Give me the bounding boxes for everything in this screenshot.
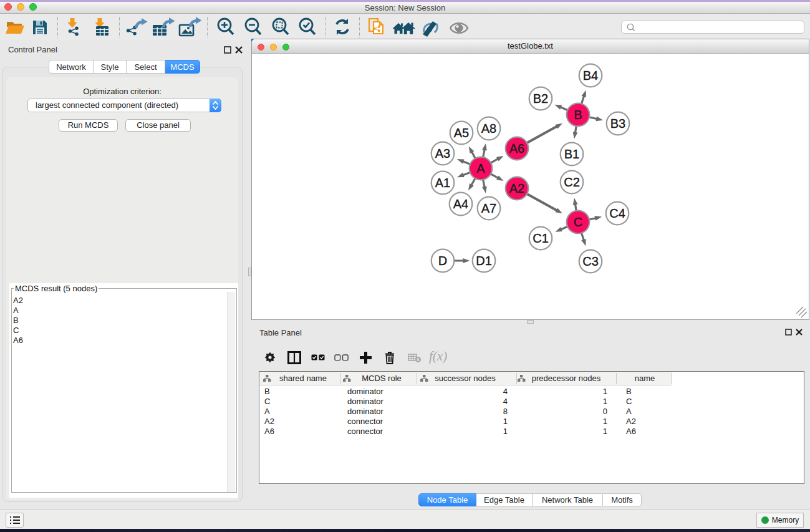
svg-text:C2: C2 (564, 175, 580, 189)
svg-text:B: B (574, 108, 582, 122)
svg-text:A7: A7 (481, 201, 496, 215)
svg-text:A8: A8 (481, 122, 496, 135)
svg-text:A2: A2 (509, 181, 524, 195)
svg-text:A4: A4 (453, 197, 468, 211)
svg-text:A1: A1 (435, 176, 450, 190)
svg-text:C4: C4 (609, 206, 625, 220)
svg-text:A5: A5 (454, 126, 469, 140)
svg-text:B1: B1 (564, 147, 579, 161)
svg-text:B4: B4 (583, 69, 598, 82)
svg-text:D1: D1 (476, 254, 492, 268)
svg-text:C3: C3 (582, 254, 599, 268)
svg-text:A3: A3 (435, 147, 450, 160)
svg-text:C1: C1 (533, 231, 549, 245)
svg-text:A: A (476, 162, 485, 175)
svg-text:D: D (438, 254, 447, 268)
svg-text:B2: B2 (533, 92, 548, 105)
svg-text:C: C (574, 215, 582, 229)
svg-text:B3: B3 (610, 117, 625, 130)
svg-text:A6: A6 (509, 142, 524, 155)
